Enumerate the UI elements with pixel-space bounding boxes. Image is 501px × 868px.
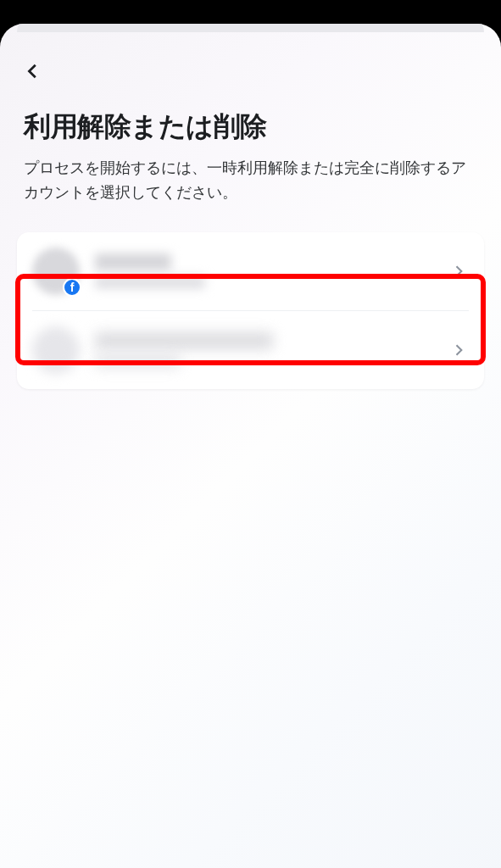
account-card: f xyxy=(17,232,484,389)
header-bar xyxy=(0,24,501,85)
page-subtitle: プロセスを開始するには、一時利用解除または完全に削除するアカウントを選択してくだ… xyxy=(24,156,477,205)
account-text xyxy=(95,253,450,289)
account-card-list: f xyxy=(0,222,501,399)
account-name-redacted xyxy=(95,332,273,349)
chevron-left-icon xyxy=(24,62,42,81)
chevron-right-icon xyxy=(450,263,467,280)
account-row-facebook[interactable]: f xyxy=(17,232,484,310)
badge-letter: f xyxy=(70,281,75,294)
avatar xyxy=(32,326,80,374)
modal-sheet: 利用解除または削除 プロセスを開始するには、一時利用解除または完全に削除するアカ… xyxy=(0,24,501,868)
account-text xyxy=(95,332,450,368)
chevron-right-icon xyxy=(450,342,467,359)
account-handle-redacted xyxy=(95,354,180,368)
avatar-wrap: f xyxy=(32,248,80,295)
title-block: 利用解除または削除 プロセスを開始するには、一時利用解除または完全に削除するアカ… xyxy=(0,85,501,222)
back-button[interactable] xyxy=(24,58,51,85)
account-handle-redacted xyxy=(95,275,205,289)
facebook-badge-icon: f xyxy=(63,278,81,297)
account-row-instagram[interactable] xyxy=(17,311,484,389)
avatar-wrap xyxy=(32,326,80,374)
page-title: 利用解除または削除 xyxy=(24,108,477,146)
account-name-redacted xyxy=(95,253,171,270)
